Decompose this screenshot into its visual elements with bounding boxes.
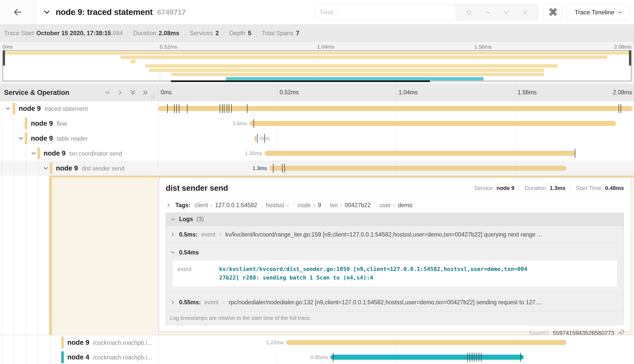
page-title: node 9: traced statement bbox=[56, 7, 153, 17]
indent-guide bbox=[14, 116, 14, 131]
span-collapse-icon[interactable] bbox=[30, 150, 37, 157]
indent-guide bbox=[38, 176, 38, 335]
expand-one-level-icon[interactable] bbox=[104, 89, 111, 96]
span-row[interactable]: node 9table reader0ms bbox=[0, 131, 634, 146]
back-button[interactable] bbox=[0, 0, 35, 24]
collapse-all-icon[interactable] bbox=[142, 89, 149, 96]
span-duration-bar[interactable] bbox=[269, 166, 566, 171]
trace-view-selector[interactable]: Trace Timeline bbox=[567, 4, 630, 20]
minimap-left-scrubber[interactable] bbox=[3, 50, 5, 66]
chevron-right-icon[interactable] bbox=[170, 232, 176, 237]
log-marker-tick bbox=[333, 353, 333, 362]
log-field-key: event bbox=[201, 231, 215, 238]
log-entry[interactable]: 0.5ms:event=kv/kvclient/kvcoord/range_it… bbox=[166, 226, 624, 244]
log-marker-tick bbox=[474, 353, 474, 362]
minimap-span-bar bbox=[226, 77, 483, 80]
span-timeline-cell[interactable]: 1.3ms bbox=[158, 161, 634, 176]
span-timeline-cell[interactable]: 1.6ms bbox=[158, 116, 634, 131]
find-bar bbox=[315, 4, 538, 20]
log-marker-tick bbox=[481, 353, 481, 362]
span-row[interactable]: node 4/cockroach.roachpb.I...0.85ms bbox=[0, 350, 634, 364]
log-field-key: event bbox=[177, 265, 219, 282]
span-timeline-cell[interactable]: 1.22ms bbox=[158, 335, 634, 350]
span-service-name: node 9 bbox=[31, 119, 53, 127]
tag-item: node=9 bbox=[293, 202, 321, 209]
log-field-value: rpc/nodedialer/nodedialer.go:132 [n9,cli… bbox=[229, 299, 542, 306]
span-duration-bar[interactable] bbox=[254, 136, 257, 141]
find-input[interactable] bbox=[315, 5, 456, 20]
span-row[interactable]: node 9flow1.6ms bbox=[0, 116, 634, 131]
tags-list: client=127.0.0.1:54582hostssl=node=9txn=… bbox=[195, 202, 412, 209]
chevron-down-icon bbox=[617, 10, 622, 15]
trace-info-value: 2.08ms bbox=[159, 30, 179, 37]
log-marker-tick bbox=[619, 104, 619, 113]
tags-toggle-row[interactable]: Tags: client=127.0.0.1:54582hostssl=node… bbox=[159, 197, 630, 212]
chevron-down-icon[interactable] bbox=[170, 250, 176, 255]
find-next-icon[interactable] bbox=[501, 7, 511, 17]
collapse-trace-icon[interactable] bbox=[43, 8, 51, 16]
chevron-down-icon bbox=[170, 217, 176, 222]
timeline-ruler: 0ms0.52ms1.04ms1.56ms2.08ms bbox=[158, 84, 634, 101]
span-collapse-icon[interactable] bbox=[5, 105, 11, 112]
column-resize-grip[interactable] bbox=[152, 94, 154, 99]
span-duration-bar[interactable] bbox=[286, 340, 566, 345]
trace-info-item: Total Spans7 bbox=[256, 30, 299, 37]
span-duration-label: 1.22ms bbox=[266, 339, 284, 346]
expand-all-icon[interactable] bbox=[129, 89, 136, 96]
span-timeline-cell[interactable]: 0.85ms bbox=[158, 350, 634, 364]
span-service-name: node 9 bbox=[56, 164, 78, 172]
trace-view-label: Trace Timeline bbox=[575, 9, 615, 16]
span-meta-item: Service:node 9 bbox=[474, 185, 514, 191]
log-entry[interactable]: 0.55ms:event=rpc/nodedialer/nodedialer.g… bbox=[166, 293, 624, 311]
span-meta-label: Duration: bbox=[525, 185, 547, 191]
span-operation-name: /cockroach.roachpb.I... bbox=[93, 339, 152, 346]
span-row[interactable]: node 9traced statement bbox=[0, 101, 634, 116]
logs-footnote: Log timestamps are relative to the start… bbox=[166, 311, 624, 325]
span-operation-name: txn coordinator send bbox=[69, 150, 122, 157]
log-timestamp: 0.5ms: bbox=[179, 231, 198, 238]
locate-span-icon[interactable] bbox=[464, 7, 474, 17]
ruler-label: 1.56ms bbox=[518, 89, 537, 96]
span-row[interactable]: node 9txn coordinator send1.35ms bbox=[0, 146, 634, 161]
span-duration-bar[interactable] bbox=[265, 151, 575, 156]
log-marker-tick bbox=[247, 104, 247, 113]
tag-value: 127.0.0.1:54582 bbox=[215, 202, 257, 209]
span-service-name: node 9 bbox=[44, 149, 66, 157]
span-timeline-cell[interactable]: 0ms bbox=[158, 131, 634, 146]
log-marker-tick bbox=[257, 134, 258, 143]
minimap-right-scrubber[interactable] bbox=[629, 50, 631, 66]
span-detail-region: dist sender send Service:node 9Duration:… bbox=[0, 176, 634, 335]
span-collapse-icon[interactable] bbox=[18, 135, 24, 142]
equals-sign: = bbox=[210, 203, 213, 208]
span-operation-name: flow bbox=[57, 120, 67, 127]
span-duration-bar[interactable] bbox=[330, 355, 524, 360]
minimap-canvas[interactable] bbox=[3, 50, 631, 81]
log-marker-tick bbox=[174, 104, 175, 113]
log-marker-tick bbox=[222, 104, 223, 113]
log-marker-tick bbox=[167, 104, 168, 113]
clear-find-icon[interactable] bbox=[520, 7, 530, 17]
tag-item: txn=00427b22 bbox=[325, 202, 371, 209]
span-name-cell: node 9/cockroach.roachpb.I... bbox=[0, 335, 158, 350]
span-collapse-icon[interactable] bbox=[43, 165, 49, 172]
tags-label: Tags: bbox=[175, 202, 191, 209]
indent-guide bbox=[38, 350, 38, 364]
trace-info-value: 5 bbox=[248, 30, 251, 37]
find-prev-icon[interactable] bbox=[482, 7, 493, 17]
keyboard-shortcuts-button[interactable]: ⌘ bbox=[543, 4, 563, 20]
minimap-span-bar bbox=[120, 56, 607, 59]
logs-toggle-header[interactable]: Logs (3) bbox=[166, 213, 624, 226]
span-duration-bar[interactable] bbox=[158, 106, 632, 111]
span-row[interactable]: node 9/cockroach.roachpb.I...1.22ms bbox=[0, 335, 634, 350]
minimap-scroll-indicator[interactable] bbox=[171, 80, 430, 82]
span-duration-bar[interactable] bbox=[249, 121, 616, 126]
log-entry[interactable]: 0.54mseventkv/kvclient/kvcoord/dist_send… bbox=[166, 244, 624, 293]
indent-guide bbox=[50, 350, 50, 364]
span-timeline-cell[interactable]: 1.35ms bbox=[158, 146, 634, 161]
span-row[interactable]: node 9dist sender send1.3ms bbox=[0, 161, 634, 176]
timeline-minimap: 0ms0.52ms1.04ms1.56ms2.08ms bbox=[0, 42, 634, 84]
span-timeline-cell[interactable] bbox=[158, 101, 634, 116]
tag-key: hostssl bbox=[266, 202, 284, 209]
chevron-right-icon[interactable] bbox=[170, 299, 176, 305]
collapse-one-level-icon[interactable] bbox=[117, 89, 124, 96]
